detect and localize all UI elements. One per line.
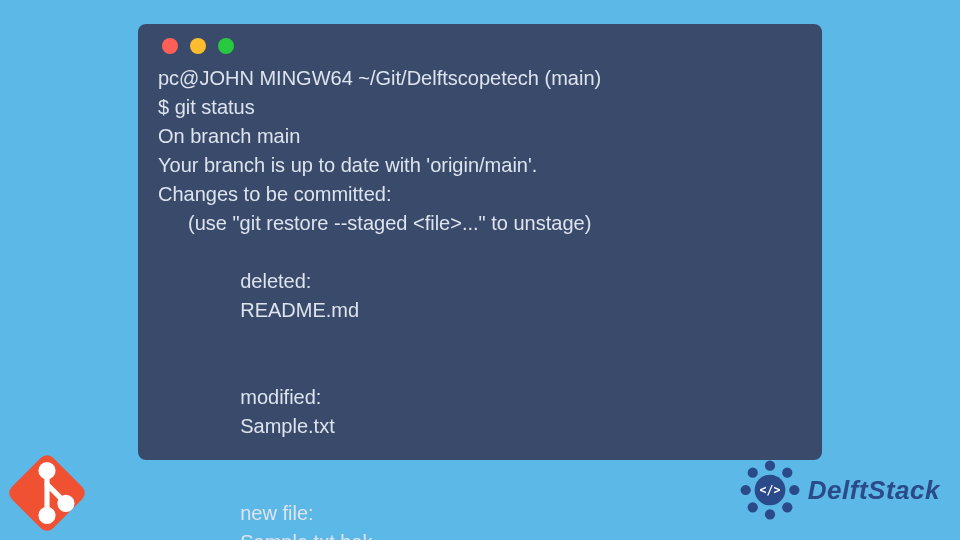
staged-file-row: modified: Sample.txt bbox=[158, 354, 802, 470]
svg-point-9 bbox=[782, 502, 792, 512]
delftstack-text: DelftStack bbox=[808, 475, 940, 506]
svg-point-11 bbox=[747, 502, 757, 512]
svg-point-7 bbox=[782, 468, 792, 478]
status-unstage-hint: (use "git restore --staged <file>..." to… bbox=[158, 209, 802, 238]
delftstack-badge-icon: </> bbox=[738, 458, 802, 522]
svg-point-10 bbox=[765, 509, 775, 519]
svg-point-4 bbox=[41, 509, 53, 521]
svg-point-12 bbox=[740, 485, 750, 495]
file-name: README.md bbox=[240, 299, 359, 321]
delftstack-logo: </> DelftStack bbox=[738, 458, 940, 522]
shell-prompt: pc@JOHN MINGW64 ~/Git/Delftscopetech (ma… bbox=[158, 64, 802, 93]
svg-text:</>: </> bbox=[759, 483, 780, 497]
svg-point-5 bbox=[60, 497, 72, 509]
svg-point-13 bbox=[747, 468, 757, 478]
minimize-icon[interactable] bbox=[190, 38, 206, 54]
shell-command: $ git status bbox=[158, 93, 802, 122]
status-changes-header: Changes to be committed: bbox=[158, 180, 802, 209]
file-name: Sample.txt.bak bbox=[240, 531, 372, 540]
svg-point-8 bbox=[789, 485, 799, 495]
file-status: deleted: bbox=[240, 267, 350, 296]
svg-point-3 bbox=[41, 465, 53, 477]
file-status: new file: bbox=[240, 499, 350, 528]
close-icon[interactable] bbox=[162, 38, 178, 54]
window-controls bbox=[162, 38, 802, 54]
terminal-window: pc@JOHN MINGW64 ~/Git/Delftscopetech (ma… bbox=[138, 24, 822, 460]
svg-point-6 bbox=[765, 461, 775, 471]
staged-file-row: deleted: README.md bbox=[158, 238, 802, 354]
git-logo-icon bbox=[4, 450, 90, 536]
status-branch: On branch main bbox=[158, 122, 802, 151]
status-uptodate: Your branch is up to date with 'origin/m… bbox=[158, 151, 802, 180]
maximize-icon[interactable] bbox=[218, 38, 234, 54]
file-status: modified: bbox=[240, 383, 350, 412]
staged-file-row: new file: Sample.txt.bak bbox=[158, 470, 802, 540]
file-name: Sample.txt bbox=[240, 415, 334, 437]
